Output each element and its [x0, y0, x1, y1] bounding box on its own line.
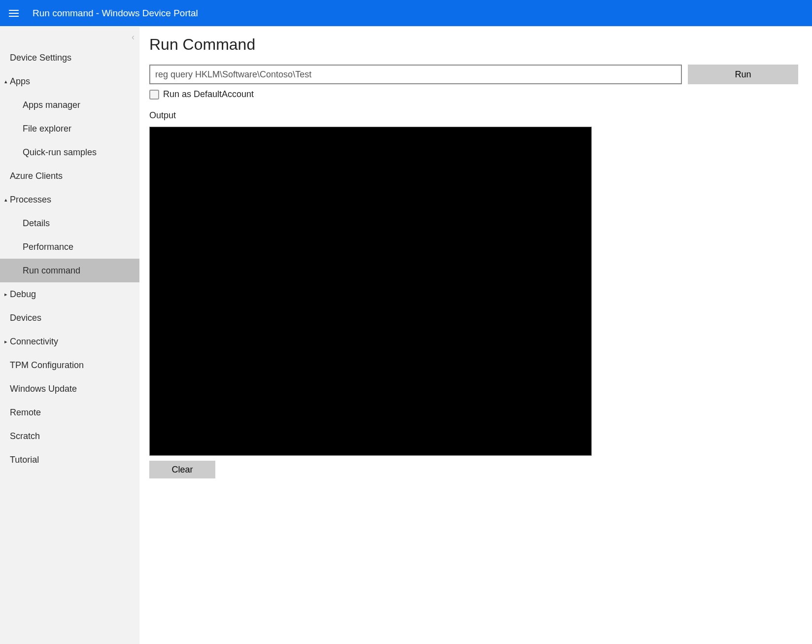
sidebar-item-debug[interactable]: ▸Debug	[0, 282, 139, 306]
sidebar-item-devices[interactable]: Devices	[0, 306, 139, 330]
sidebar-item-label: File explorer	[23, 124, 71, 134]
sidebar-item-label: Quick-run samples	[23, 147, 97, 158]
run-button[interactable]: Run	[688, 65, 798, 84]
menu-icon[interactable]	[9, 10, 19, 17]
caret-right-icon: ▸	[3, 291, 9, 298]
sidebar-item-label: Windows Update	[10, 384, 77, 394]
collapse-sidebar-icon[interactable]: ‹	[132, 32, 135, 42]
sidebar-item-label: Remote	[10, 407, 41, 418]
sidebar: ‹ Device Settings▴AppsApps managerFile e…	[0, 26, 139, 644]
sidebar-item-label: Debug	[10, 289, 36, 300]
output-label: Output	[149, 110, 798, 121]
sidebar-item-apps-manager[interactable]: Apps manager	[0, 93, 139, 117]
page-title: Run Command	[149, 35, 798, 54]
header-title: Run command - Windows Device Portal	[33, 8, 198, 19]
main-content: Run Command Run Run as DefaultAccount Ou…	[139, 26, 812, 644]
sidebar-item-details[interactable]: Details	[0, 211, 139, 235]
run-as-default-label: Run as DefaultAccount	[163, 89, 254, 100]
sidebar-item-label: TPM Configuration	[10, 360, 84, 371]
sidebar-item-tpm-configuration[interactable]: TPM Configuration	[0, 353, 139, 377]
sidebar-item-label: Connectivity	[10, 337, 58, 347]
caret-right-icon: ▸	[3, 339, 9, 345]
clear-button[interactable]: Clear	[149, 461, 215, 478]
sidebar-item-remote[interactable]: Remote	[0, 401, 139, 424]
sidebar-item-label: Apps manager	[23, 100, 80, 110]
sidebar-item-label: Apps	[10, 76, 30, 87]
sidebar-item-label: Details	[23, 218, 50, 229]
sidebar-item-scratch[interactable]: Scratch	[0, 424, 139, 448]
sidebar-item-label: Processes	[10, 195, 51, 205]
sidebar-item-processes[interactable]: ▴Processes	[0, 188, 139, 211]
sidebar-item-file-explorer[interactable]: File explorer	[0, 117, 139, 140]
sidebar-item-label: Tutorial	[10, 455, 39, 465]
sidebar-item-azure-clients[interactable]: Azure Clients	[0, 164, 139, 188]
app-header: Run command - Windows Device Portal	[0, 0, 812, 26]
sidebar-item-label: Run command	[23, 266, 80, 276]
run-as-default-checkbox[interactable]	[149, 90, 159, 100]
sidebar-item-device-settings[interactable]: Device Settings	[0, 46, 139, 69]
sidebar-item-apps[interactable]: ▴Apps	[0, 69, 139, 93]
command-input[interactable]	[149, 65, 682, 84]
sidebar-item-label: Azure Clients	[10, 171, 63, 181]
sidebar-item-label: Performance	[23, 242, 73, 252]
output-console[interactable]	[149, 127, 592, 456]
sidebar-item-run-command[interactable]: Run command	[0, 259, 139, 282]
sidebar-item-connectivity[interactable]: ▸Connectivity	[0, 330, 139, 353]
sidebar-item-label: Devices	[10, 313, 41, 323]
caret-up-icon: ▴	[3, 78, 9, 85]
sidebar-item-tutorial[interactable]: Tutorial	[0, 448, 139, 472]
caret-up-icon: ▴	[3, 197, 9, 203]
sidebar-item-label: Device Settings	[10, 53, 71, 63]
sidebar-item-windows-update[interactable]: Windows Update	[0, 377, 139, 401]
sidebar-item-label: Scratch	[10, 431, 40, 441]
sidebar-item-quick-run-samples[interactable]: Quick-run samples	[0, 140, 139, 164]
sidebar-item-performance[interactable]: Performance	[0, 235, 139, 259]
